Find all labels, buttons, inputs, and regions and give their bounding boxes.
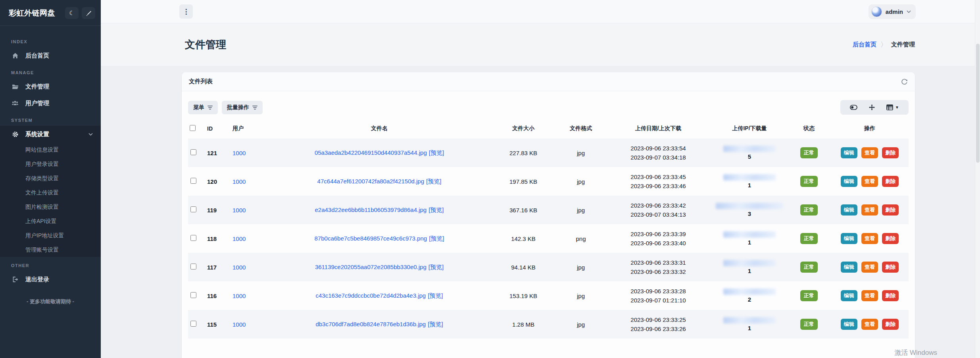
view-button[interactable]: 查看 — [861, 290, 878, 301]
user-link[interactable]: 1000 — [233, 321, 246, 328]
batch-actions-button[interactable]: 批量操作 — [222, 101, 263, 114]
delete-button[interactable]: 删除 — [882, 233, 899, 244]
delete-button[interactable]: 删除 — [882, 204, 899, 216]
preview-link[interactable]: [预览] — [426, 178, 441, 185]
file-table-body: 121 1000 05a3aeda2b4220469150d440937a544… — [188, 139, 909, 339]
subitem-upload-api[interactable]: 上传API设置 — [0, 214, 101, 228]
gear-icon — [11, 131, 19, 138]
user-link[interactable]: 1000 — [233, 293, 246, 299]
toggle-filter-button[interactable] — [844, 103, 863, 112]
row-checkbox[interactable] — [190, 149, 196, 155]
edit-button[interactable]: 编辑 — [841, 290, 857, 301]
subitem-user-login[interactable]: 用户登录设置 — [0, 157, 101, 171]
status-badge: 正常 — [800, 290, 818, 301]
sidebar-item-logout[interactable]: 退出登录 — [0, 271, 101, 288]
edit-button[interactable]: 编辑 — [841, 262, 857, 273]
sidebar-item-user-manage[interactable]: 用户管理 — [0, 95, 101, 112]
file-format: jpg — [577, 178, 585, 185]
row-checkbox[interactable] — [190, 264, 196, 269]
theme-brush-button[interactable] — [82, 7, 95, 19]
chevron-right-icon: 〉 — [880, 40, 887, 49]
subitem-file-upload[interactable]: 文件上传设置 — [0, 185, 101, 200]
download-count: 2 — [713, 296, 786, 303]
file-link[interactable]: db3c706df7ad8e0b824e7876eb1d36b.jpg — [315, 321, 426, 327]
sidebar-item-dashboard[interactable]: 后台首页 — [0, 47, 101, 64]
preview-link[interactable]: [预览] — [429, 206, 444, 213]
file-format: jpg — [577, 321, 585, 328]
delete-button[interactable]: 删除 — [882, 176, 899, 187]
user-link[interactable]: 1000 — [233, 235, 246, 242]
drag-sort-button[interactable] — [863, 102, 881, 112]
scrollbar-thumb[interactable] — [976, 44, 980, 163]
column-settings-button[interactable]: ▼ — [881, 103, 905, 112]
subitem-admin-account[interactable]: 管理账号设置 — [0, 243, 101, 257]
file-link[interactable]: 361139ce202055aa072e2085bb330e0.jpg — [315, 264, 427, 270]
row-checkbox[interactable] — [190, 292, 196, 298]
delete-button[interactable]: 删除 — [882, 290, 899, 301]
edit-button[interactable]: 编辑 — [841, 204, 857, 216]
col-header-ip: 上传IP/下载量 — [732, 125, 767, 131]
col-header-actions: 操作 — [864, 125, 875, 131]
edit-button[interactable]: 编辑 — [841, 233, 857, 244]
delete-button[interactable]: 删除 — [882, 319, 899, 330]
file-id: 120 — [207, 178, 217, 185]
file-link[interactable]: e2a43d22ee6bb6b11b06053979d86a4.jpg — [315, 206, 427, 213]
edit-button[interactable]: 编辑 — [841, 176, 857, 187]
sidebar-item-system-settings[interactable]: 系统设置 — [0, 126, 101, 142]
file-format: jpg — [577, 264, 585, 271]
file-link[interactable]: 87b0ca6be7c5be8469857ce49c6c973.png — [315, 235, 427, 242]
row-checkbox[interactable] — [190, 321, 196, 327]
file-link[interactable]: 05a3aeda2b4220469150d440937a544.jpg — [315, 149, 427, 156]
subitem-image-check[interactable]: 图片检测设置 — [0, 200, 101, 214]
blurred-upload-ip — [723, 231, 776, 238]
view-button[interactable]: 查看 — [861, 204, 878, 216]
sidebar-item-file-manage[interactable]: 文件管理 — [0, 78, 101, 95]
col-header-format: 文件格式 — [570, 125, 592, 131]
preview-link[interactable]: [预览] — [429, 264, 444, 270]
last-download-date: 2023-09-07 03:34:13 — [606, 210, 710, 219]
home-icon — [11, 52, 19, 59]
row-checkbox[interactable] — [190, 206, 196, 212]
download-count: 1 — [713, 239, 786, 246]
view-button[interactable]: 查看 — [861, 233, 878, 244]
view-button[interactable]: 查看 — [861, 147, 878, 158]
preview-link[interactable]: [预览] — [428, 321, 443, 327]
last-download-date: 2023-09-07 01:21:10 — [606, 296, 710, 305]
user-link[interactable]: 1000 — [233, 150, 246, 156]
subitem-storage-type[interactable]: 存储类型设置 — [0, 171, 101, 185]
blurred-upload-ip — [723, 317, 776, 323]
preview-link[interactable]: [预览] — [429, 235, 444, 242]
select-all-checkbox[interactable] — [190, 125, 196, 131]
row-checkbox[interactable] — [190, 235, 196, 241]
preview-link[interactable]: [预览] — [428, 292, 443, 299]
view-button[interactable]: 查看 — [861, 319, 878, 330]
dark-mode-button[interactable]: ☾ — [65, 7, 79, 19]
user-menu[interactable]: admin — [869, 4, 916, 19]
sidebar: 彩虹外链网盘 ☾ INDEX 后台首页 MANAGE 文件管理 — [0, 0, 101, 358]
collapse-menu-button[interactable]: ⋮ — [179, 4, 193, 19]
preview-link[interactable]: [预览] — [429, 149, 444, 156]
menu-dropdown-button[interactable]: 菜单 — [188, 101, 218, 114]
row-checkbox[interactable] — [190, 178, 196, 184]
blurred-upload-ip — [723, 289, 776, 295]
file-id: 115 — [207, 321, 217, 328]
view-button[interactable]: 查看 — [861, 262, 878, 273]
folder-icon — [11, 83, 19, 90]
edit-button[interactable]: 编辑 — [841, 319, 857, 330]
delete-button[interactable]: 删除 — [882, 147, 899, 158]
breadcrumb-home-link[interactable]: 后台首页 — [853, 41, 876, 48]
view-button[interactable]: 查看 — [861, 176, 878, 187]
file-size: 94.14 KB — [511, 264, 536, 271]
edit-button[interactable]: 编辑 — [841, 147, 857, 158]
user-link[interactable]: 1000 — [233, 178, 246, 185]
blurred-upload-ip — [723, 260, 776, 266]
subitem-site-info[interactable]: 网站信息设置 — [0, 142, 101, 157]
page-scrollbar[interactable] — [975, 0, 980, 358]
user-link[interactable]: 1000 — [233, 264, 246, 271]
file-link[interactable]: 47c644a7ef61200742fa80a2f42150d.jpg — [317, 178, 424, 185]
file-link[interactable]: c43c163e7c9ddccbc0be72d4d2ba4e3.jpg — [315, 292, 426, 299]
user-link[interactable]: 1000 — [233, 207, 246, 214]
subitem-user-ip[interactable]: 用户IP地址设置 — [0, 228, 101, 243]
delete-button[interactable]: 删除 — [882, 262, 899, 273]
refresh-button[interactable] — [901, 78, 908, 85]
